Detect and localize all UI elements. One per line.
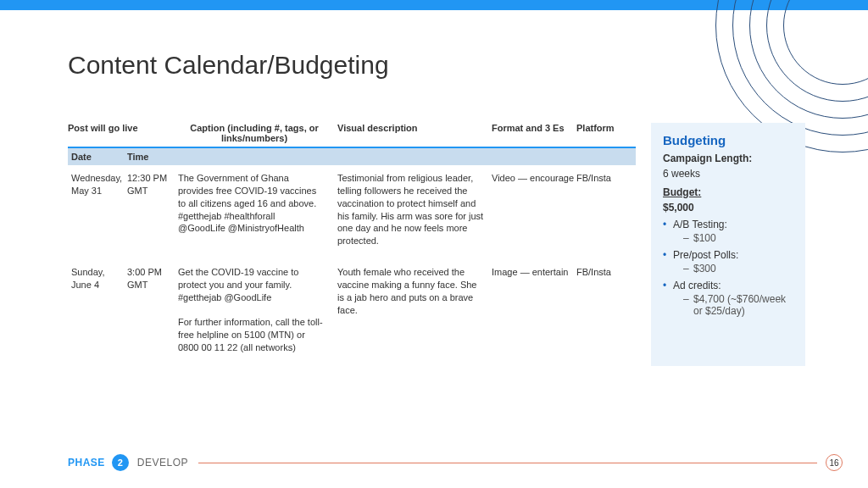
budgeting-box: Budgeting Campaign Length: 6 weeks Budge… xyxy=(651,123,805,366)
phase-number-badge: 2 xyxy=(112,454,129,471)
budget-item: A/B Testing: $100 xyxy=(663,219,793,244)
cell-platform: FB/Insta xyxy=(576,172,636,247)
col-time: Time xyxy=(127,152,178,162)
col-format: Format and 3 Es xyxy=(492,123,576,143)
col-visual: Visual description xyxy=(331,123,492,143)
cell-platform: FB/Insta xyxy=(576,266,636,354)
cell-visual: Testimonial from religious leader, telli… xyxy=(331,172,492,247)
budget-label: Budget: xyxy=(663,186,793,198)
table-header-row-1: Post will go live Caption (including #, … xyxy=(68,123,636,148)
budget-item-amount: $4,700 (~$760/week or $25/day) xyxy=(673,293,793,317)
table-row: Wednesday, May 31 12:30 PM GMT The Gover… xyxy=(68,165,636,259)
cell-caption: Get the COVID-19 vaccine to protect you … xyxy=(178,266,331,354)
budget-item-amount: $300 xyxy=(673,263,793,274)
table-header-row-2: Date Time xyxy=(68,148,636,165)
table-row: Sunday, June 4 3:00 PM GMT Get the COVID… xyxy=(68,259,636,366)
budget-item-amount: $100 xyxy=(673,232,793,244)
main-content: Post will go live Caption (including #, … xyxy=(68,123,805,366)
cell-time: 12:30 PM GMT xyxy=(127,172,178,247)
footer-divider xyxy=(198,463,817,463)
cell-date: Wednesday, May 31 xyxy=(68,172,127,247)
cell-format: Image — entertain xyxy=(492,266,576,354)
phase-label: PHASE xyxy=(68,457,105,469)
col-caption: Caption (including #, tags, or links/num… xyxy=(178,123,331,143)
page-title: Content Calendar/Budgeting xyxy=(68,51,389,80)
budgeting-title: Budgeting xyxy=(663,133,793,147)
budget-item: Pre/post Polls: $300 xyxy=(663,249,793,274)
cell-caption: The Government of Ghana provides free CO… xyxy=(178,172,331,247)
budget-items: A/B Testing: $100 Pre/post Polls: $300 A… xyxy=(663,219,793,317)
cell-time: 3:00 PM GMT xyxy=(127,266,178,354)
content-calendar-table: Post will go live Caption (including #, … xyxy=(68,123,636,366)
phase-name: DEVELOP xyxy=(137,457,188,469)
slide-footer: PHASE 2 DEVELOP 16 xyxy=(68,454,843,471)
budget-value: $5,000 xyxy=(663,202,793,214)
budget-item-name: Pre/post Polls: xyxy=(673,249,738,261)
cell-date: Sunday, June 4 xyxy=(68,266,127,354)
campaign-length-value: 6 weeks xyxy=(663,168,793,180)
cell-format: Video — encourage xyxy=(492,172,576,247)
page-number: 16 xyxy=(826,454,843,471)
col-post-live: Post will go live xyxy=(68,123,178,143)
col-date: Date xyxy=(68,152,127,162)
campaign-length-label: Campaign Length: xyxy=(663,152,793,164)
budget-item: Ad credits: $4,700 (~$760/week or $25/da… xyxy=(663,280,793,317)
cell-visual: Youth female who received the vaccine ma… xyxy=(331,266,492,354)
budget-item-name: Ad credits: xyxy=(673,280,721,291)
budget-item-name: A/B Testing: xyxy=(673,219,727,230)
col-platform: Platform xyxy=(576,123,636,143)
